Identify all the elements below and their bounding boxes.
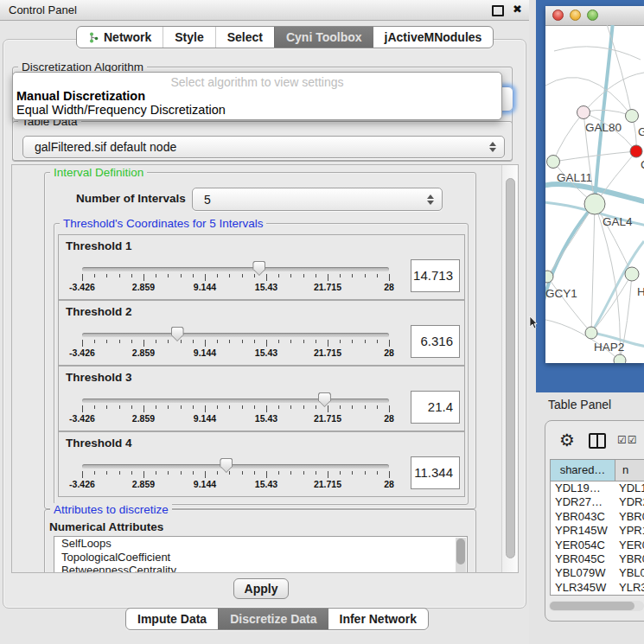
threshold-value-field[interactable]: 21.4 bbox=[411, 391, 460, 424]
tick-mark bbox=[389, 274, 390, 281]
scale-label: 15.43 bbox=[255, 479, 277, 489]
slider-track[interactable] bbox=[82, 267, 389, 271]
column-header-shared-name[interactable]: shared… bbox=[551, 460, 615, 481]
tab-jactivemnodules[interactable]: jActiveMNodules bbox=[373, 27, 494, 48]
zoom-traffic-light-icon[interactable] bbox=[587, 10, 598, 21]
slider-ticks bbox=[82, 471, 389, 479]
bottom-tab-infer-network[interactable]: Infer Network bbox=[328, 609, 428, 629]
minimize-traffic-light-icon[interactable] bbox=[570, 10, 581, 21]
network-node[interactable] bbox=[630, 145, 642, 157]
attributes-listbox[interactable]: SelfLoopsTopologicalCoefficientBetweenne… bbox=[54, 536, 468, 573]
network-node[interactable] bbox=[585, 327, 597, 339]
table-horizontal-scrollbar[interactable] bbox=[549, 601, 644, 611]
table-scrollbar-thumb[interactable] bbox=[550, 602, 634, 610]
network-node[interactable] bbox=[547, 156, 560, 169]
bottom-tab-discretize-data[interactable]: Discretize Data bbox=[218, 609, 328, 629]
table-row[interactable]: YDR27…YDR2 bbox=[551, 495, 644, 509]
cell-name: YDL1 bbox=[615, 481, 644, 495]
slider-track[interactable] bbox=[82, 464, 389, 469]
network-edge[interactable] bbox=[554, 47, 641, 60]
table-row[interactable]: YPR145WYPR1 bbox=[551, 524, 644, 538]
tick-mark bbox=[242, 471, 243, 475]
cell-name: YER0 bbox=[615, 539, 644, 552]
tick-mark bbox=[229, 274, 230, 277]
num-intervals-combobox[interactable]: 5 bbox=[192, 188, 443, 211]
network-window-titlebar[interactable] bbox=[545, 6, 644, 26]
attribute-list-item[interactable]: BetweennessCentrality bbox=[54, 564, 467, 573]
scale-label: 21.715 bbox=[314, 413, 341, 424]
network-node[interactable] bbox=[614, 354, 626, 363]
network-node[interactable] bbox=[577, 106, 590, 119]
network-edge[interactable] bbox=[591, 204, 595, 333]
tick-mark bbox=[328, 340, 328, 347]
threshold-value-field[interactable]: 11.344 bbox=[411, 456, 460, 489]
table-row[interactable]: YLR345WYLR3 bbox=[551, 581, 644, 595]
network-edge[interactable] bbox=[553, 151, 636, 162]
table-row[interactable]: YBR043CYBR0 bbox=[551, 510, 644, 524]
column-header-name[interactable]: n bbox=[615, 460, 644, 481]
tick-mark bbox=[290, 471, 291, 475]
network-edge[interactable] bbox=[583, 73, 644, 112]
close-traffic-light-icon[interactable] bbox=[552, 10, 564, 21]
tab-network[interactable]: Network bbox=[77, 27, 163, 48]
network-edge[interactable] bbox=[547, 277, 591, 333]
settings-scroll-panel: Interval Definition Number of Intervals … bbox=[11, 164, 519, 573]
table-data-combobox[interactable]: galFiltered.sif default node bbox=[22, 136, 505, 158]
apply-button[interactable]: Apply bbox=[233, 578, 289, 599]
list-scrollbar-thumb[interactable] bbox=[456, 539, 465, 564]
network-edge[interactable] bbox=[591, 241, 644, 333]
network-edge[interactable] bbox=[547, 204, 595, 277]
algorithm-option[interactable]: Equal Width/Frequency Discretization bbox=[16, 103, 226, 117]
close-icon[interactable]: ✖ bbox=[513, 3, 522, 16]
tab-style[interactable]: Style bbox=[163, 27, 214, 48]
scale-label: 2.859 bbox=[132, 479, 155, 489]
threshold-value-field[interactable]: 6.316 bbox=[411, 325, 460, 358]
network-node[interactable] bbox=[625, 267, 639, 281]
list-scrollbar[interactable] bbox=[456, 538, 466, 573]
tab-tab-label: Select bbox=[227, 28, 263, 48]
cell-shared-name: YBL079W bbox=[551, 566, 615, 580]
cell-shared-name: YIL052C bbox=[551, 595, 615, 596]
slider-thumb-face bbox=[172, 328, 183, 341]
gear-icon[interactable]: ⚙ bbox=[559, 430, 575, 450]
tab-tab-label: jActiveMNodules bbox=[385, 28, 482, 48]
slider-thumb[interactable] bbox=[171, 327, 184, 341]
network-node-label: GAL11 bbox=[557, 171, 592, 184]
network-edge[interactable] bbox=[583, 110, 632, 116]
table-row[interactable]: YBR045CYBR0 bbox=[551, 552, 644, 566]
float-window-icon[interactable] bbox=[492, 5, 504, 16]
slider-thumb[interactable] bbox=[318, 392, 331, 407]
tick-mark bbox=[119, 405, 120, 409]
table-row[interactable]: YBL079WYBL0 bbox=[551, 566, 644, 580]
table-row[interactable]: YER054CYER0 bbox=[551, 539, 644, 552]
table-row[interactable]: YDL19…YDL1 bbox=[551, 481, 644, 495]
network-edge[interactable] bbox=[545, 319, 620, 360]
attribute-list-item[interactable]: TopologicalCoefficient bbox=[54, 551, 467, 564]
attribute-list-item[interactable]: SelfLoops bbox=[54, 537, 467, 551]
slider-thumb[interactable] bbox=[220, 458, 233, 473]
bottom-tab-impute-data[interactable]: Impute Data bbox=[126, 609, 218, 629]
panel-scrollbar-thumb[interactable] bbox=[506, 178, 515, 558]
panel-scrollbar[interactable] bbox=[501, 165, 519, 572]
slider-thumb[interactable] bbox=[252, 261, 265, 276]
tick-mark bbox=[340, 471, 341, 475]
tick-mark bbox=[365, 340, 366, 343]
network-edge[interactable] bbox=[595, 25, 613, 204]
threshold-value-field[interactable]: 14.713 bbox=[411, 259, 460, 292]
network-edge[interactable] bbox=[553, 112, 583, 162]
column-layout-icon[interactable] bbox=[589, 433, 606, 449]
tab-cyni-toolbox[interactable]: Cyni Toolbox bbox=[274, 27, 373, 48]
scale-label: -3.426 bbox=[69, 479, 95, 489]
tick-mark bbox=[156, 274, 156, 277]
network-node[interactable] bbox=[584, 194, 605, 214]
slider-track[interactable] bbox=[82, 333, 389, 337]
table-row[interactable]: YIL052CYIL0 bbox=[551, 595, 644, 596]
tab-select[interactable]: Select bbox=[215, 27, 274, 48]
network-canvas[interactable]: GAL80GACGAL11GAL4GCY1HHAP2 bbox=[545, 25, 644, 363]
tick-mark bbox=[82, 405, 83, 412]
slider-track[interactable] bbox=[82, 399, 389, 403]
algorithm-option[interactable]: Manual Discretization bbox=[16, 89, 145, 103]
select-columns-icon[interactable]: ☑☑ bbox=[617, 434, 638, 446]
network-node[interactable] bbox=[626, 110, 639, 123]
network-node[interactable] bbox=[545, 271, 553, 283]
